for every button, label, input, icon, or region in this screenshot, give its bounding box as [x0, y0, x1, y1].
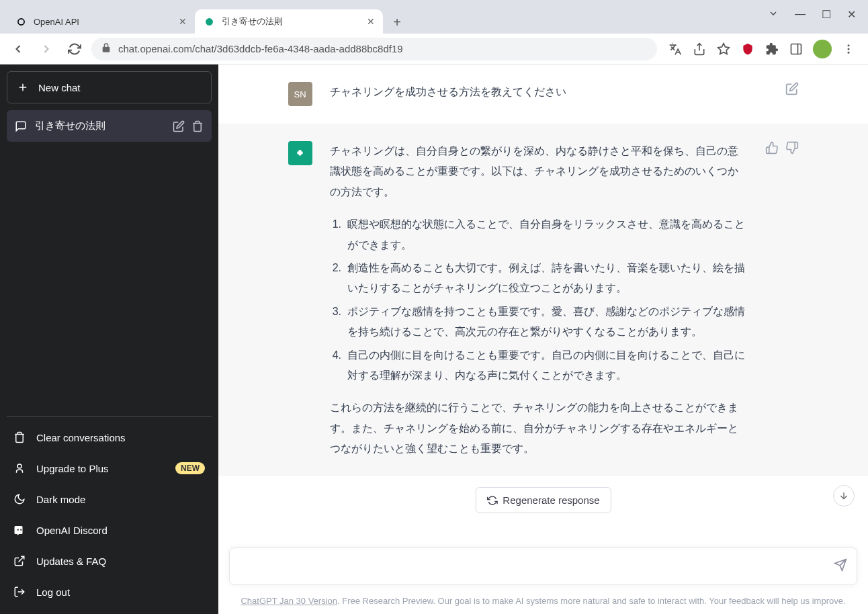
- menu-icon[interactable]: [841, 42, 856, 56]
- main-content: SN チャネリングを成功させる方法を教えてください チャネリングは、自分自身との…: [218, 64, 868, 614]
- footer-text: ChatGPT Jan 30 Version. Free Research Pr…: [218, 596, 868, 614]
- back-button[interactable]: [7, 38, 30, 60]
- message-input[interactable]: [241, 559, 823, 571]
- mcafee-icon[interactable]: [740, 42, 755, 56]
- moon-icon: [13, 493, 26, 505]
- external-link-icon: [13, 555, 26, 567]
- logout-icon: [13, 586, 26, 598]
- new-tab-button[interactable]: +: [387, 12, 407, 32]
- refresh-icon: [486, 495, 497, 506]
- chevron-down-icon[interactable]: [768, 8, 779, 21]
- new-badge: NEW: [175, 462, 205, 474]
- browser-tab-bar: OpenAI API ✕ 引き寄せの法則 ✕ +: [0, 0, 868, 34]
- forward-button[interactable]: [35, 38, 58, 60]
- assistant-outro: これらの方法を継続的に行うことで、チャネリングの能力を向上させることができます。…: [330, 398, 748, 459]
- faq-link[interactable]: Updates & FAQ: [7, 545, 212, 576]
- new-chat-button[interactable]: New chat: [7, 71, 212, 103]
- link-label: Log out: [36, 586, 70, 598]
- browser-toolbar: [662, 40, 861, 58]
- svg-point-5: [848, 51, 850, 53]
- discord-icon: [13, 524, 26, 536]
- footer-disclaimer: . Free Research Preview. Our goal is to …: [337, 596, 846, 606]
- trash-icon: [13, 431, 26, 443]
- minimize-icon[interactable]: —: [795, 8, 806, 21]
- link-label: OpenAI Discord: [36, 525, 107, 536]
- user-icon: [13, 462, 26, 474]
- list-item: 瞑想や瞑想的な状態に入ることで、自分自身をリラックスさせ、意識を高めることができ…: [345, 214, 748, 255]
- tab-title: OpenAI API: [34, 17, 79, 27]
- app-container: New chat 引き寄せの法則 Clear conversations Upg…: [0, 64, 868, 614]
- user-message: SN チャネリングを成功させる方法を教えてください: [218, 64, 868, 124]
- assistant-message: チャネリングは、自分自身との繋がりを深め、内なる静けさと平和を保ち、自己の意識状…: [218, 124, 868, 476]
- assistant-intro: チャネリングは、自分自身との繋がりを深め、内なる静けさと平和を保ち、自己の意識状…: [330, 141, 748, 202]
- assistant-list: 瞑想や瞑想的な状態に入ることで、自分自身をリラックスさせ、意識を高めることができ…: [330, 214, 748, 386]
- chat-icon: [15, 120, 27, 132]
- regenerate-button[interactable]: Regenerate response: [475, 487, 611, 513]
- version-link[interactable]: ChatGPT Jan 30 Version: [241, 596, 337, 606]
- svg-point-0: [206, 18, 213, 26]
- extensions-icon[interactable]: [765, 42, 779, 56]
- link-label: Upgrade to Plus: [36, 463, 109, 474]
- browser-tab-active[interactable]: 引き寄せの法則 ✕: [195, 9, 383, 34]
- edit-message-icon[interactable]: [785, 82, 799, 106]
- upgrade-link[interactable]: Upgrade to Plus NEW: [7, 453, 212, 484]
- thumbs-up-icon[interactable]: [765, 141, 779, 459]
- reload-button[interactable]: [63, 38, 86, 60]
- browser-nav-bar: chat.openai.com/chat/3d63ddcb-fe6a-4348-…: [0, 34, 868, 64]
- window-controls: — ☐ ✕: [756, 0, 868, 30]
- tab-close-icon[interactable]: ✕: [367, 16, 375, 27]
- link-label: Clear conversations: [36, 432, 126, 443]
- svg-point-3: [848, 44, 850, 46]
- tab-title: 引き寄せの法則: [222, 15, 283, 28]
- svg-rect-1: [791, 44, 801, 54]
- user-avatar: SN: [288, 82, 312, 106]
- maximize-icon[interactable]: ☐: [822, 8, 831, 21]
- assistant-message-content: チャネリングは、自分自身との繋がりを深め、内なる静けさと平和を保ち、自己の意識状…: [330, 141, 748, 459]
- assistant-avatar: [288, 141, 312, 165]
- plus-icon: [17, 81, 29, 93]
- address-bar[interactable]: chat.openai.com/chat/3d63ddcb-fe6a-4348-…: [91, 38, 657, 60]
- browser-tab[interactable]: OpenAI API ✕: [7, 9, 195, 34]
- lock-icon: [101, 42, 112, 55]
- link-label: Dark mode: [36, 494, 85, 505]
- list-item: 創造性を高めることも大切です。例えば、詩を書いたり、音楽を聴いたり、絵を描いたり…: [345, 258, 748, 299]
- profile-avatar[interactable]: [813, 40, 832, 58]
- thumbs-down-icon[interactable]: [785, 141, 799, 459]
- svg-point-4: [848, 48, 850, 50]
- send-button[interactable]: [834, 558, 847, 574]
- scroll-down-button[interactable]: [833, 485, 855, 507]
- user-message-text: チャネリングを成功させる方法を教えてください: [330, 82, 768, 106]
- list-item: 自己の内側に目を向けることも重要です。自己の内側に目を向けることで、自己に対する…: [345, 345, 748, 386]
- chat-area: SN チャネリングを成功させる方法を教えてください チャネリングは、自分自身との…: [218, 64, 868, 547]
- openai-favicon: [15, 15, 27, 28]
- arrow-down-icon: [838, 490, 849, 501]
- conversation-title: 引き寄せの法則: [35, 120, 105, 132]
- discord-link[interactable]: OpenAI Discord: [7, 515, 212, 545]
- svg-point-8: [17, 464, 21, 468]
- share-icon[interactable]: [692, 42, 707, 56]
- translate-icon[interactable]: [668, 42, 683, 56]
- url-text: chat.openai.com/chat/3d63ddcb-fe6a-4348-…: [118, 43, 403, 54]
- trash-icon[interactable]: [191, 120, 204, 132]
- message-input-box[interactable]: [229, 547, 857, 585]
- regenerate-label: Regenerate response: [503, 494, 599, 506]
- link-label: Updates & FAQ: [36, 556, 106, 567]
- input-area: [218, 547, 868, 596]
- new-chat-label: New chat: [38, 82, 81, 93]
- tab-close-icon[interactable]: ✕: [179, 16, 187, 27]
- conversation-item[interactable]: 引き寄せの法則: [7, 110, 212, 142]
- dark-mode-link[interactable]: Dark mode: [7, 484, 212, 515]
- logout-link[interactable]: Log out: [7, 576, 212, 607]
- edit-icon[interactable]: [173, 120, 185, 132]
- sidebar: New chat 引き寄せの法則 Clear conversations Upg…: [0, 64, 218, 614]
- close-icon[interactable]: ✕: [847, 8, 856, 21]
- sidepanel-icon[interactable]: [789, 42, 804, 56]
- bookmark-icon[interactable]: [716, 42, 731, 56]
- list-item: ポジティブな感情を持つことも重要です。愛、喜び、感謝などのポジティブな感情を持ち…: [345, 302, 748, 343]
- clear-conversations-link[interactable]: Clear conversations: [7, 422, 212, 453]
- chatgpt-favicon: [203, 15, 215, 28]
